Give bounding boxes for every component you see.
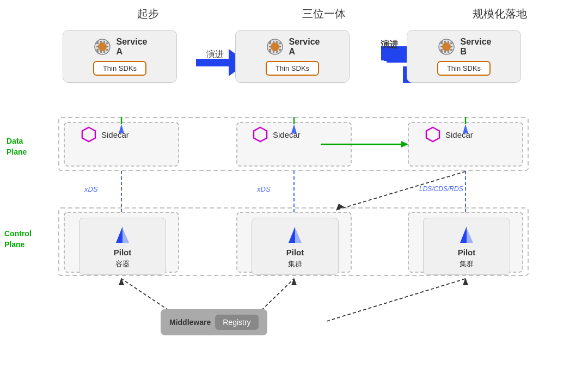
arrow1-label: 演进 [185,49,245,60]
svg-marker-49 [289,226,295,243]
col1-header: 起步 [91,7,205,21]
svg-rect-34 [448,41,449,43]
dashed-registry-arrow1 [119,278,124,285]
svg-rect-8 [100,51,102,53]
sidecar-hex-col3 [425,126,441,143]
svg-rect-35 [441,51,443,53]
service-a2-sub: A [289,47,320,57]
svg-rect-15 [106,49,108,51]
svg-rect-21 [270,51,271,53]
svg-rect-37 [448,51,449,53]
service-b-sub: B [461,47,492,57]
xds-label-col3: LDS/CDS/RDS [419,185,463,193]
pilot3-name: Pilot [458,248,476,257]
svg-marker-52 [467,228,473,243]
svg-rect-40 [440,49,443,51]
sidecar-col2: Sidecar [252,126,301,143]
svg-rect-36 [444,51,446,53]
diagram-container: 起步 三位一体 规模化落地 [0,0,588,368]
svg-rect-28 [279,46,281,47]
chip-icon-col2 [265,37,285,57]
dashed-registry-arrow2 [291,278,297,285]
col2-header: 三位一体 [267,7,381,21]
middleware-area: Middleware Registry [161,309,267,335]
svg-rect-22 [273,51,274,53]
svg-rect-12 [96,49,99,51]
pilot-sail-icon-col1 [112,224,133,246]
pilot-col1: Pilot 容器 [79,218,166,275]
svg-rect-20 [276,41,278,43]
svg-marker-51 [460,226,467,243]
svg-rect-33 [444,41,446,43]
svg-marker-46 [426,127,439,142]
svg-rect-23 [276,51,278,53]
pilot-sail-icon-col3 [456,224,477,246]
dashed-registry-line2 [261,279,294,310]
svg-rect-7 [97,51,99,53]
svg-marker-47 [116,226,122,243]
svg-rect-27 [279,42,281,44]
col2-service-box: Service A Thin SDKs [235,30,350,83]
chip-icon-col1 [93,37,112,57]
svg-rect-39 [440,46,443,47]
svg-rect-29 [279,49,281,51]
registry-box: Registry [215,315,258,330]
sidecar-hex-col2 [252,126,268,143]
dashed-registry-line3 [327,279,465,321]
svg-rect-43 [450,49,452,51]
sidecar-hex-col1 [81,126,97,143]
svg-rect-14 [106,46,108,47]
svg-rect-10 [96,42,99,44]
dashed-registry-arrow3 [463,278,468,285]
dashed-pilot-arrow1 [336,204,344,211]
svg-rect-11 [96,46,99,47]
arrow2-label: 演进 [359,39,419,51]
pilot2-name: Pilot [286,248,304,257]
svg-rect-5 [100,41,102,43]
svg-point-3 [98,42,107,51]
chip-icon-col3 [437,37,456,57]
pilot-col2: Pilot 集群 [252,218,339,275]
svg-rect-41 [450,42,452,44]
sidecar-label-col3: Sidecar [445,130,473,139]
col1-service-box: Service A Thin SDKs [63,30,177,83]
service-a1-sub: A [117,47,148,57]
svg-rect-24 [269,42,271,44]
col3-header: 规模化落地 [443,7,557,21]
svg-point-31 [442,42,451,51]
sidecar-label-col2: Sidecar [273,130,301,139]
arrow2-area: 演进 [359,39,419,52]
svg-rect-38 [440,42,443,44]
column-headers-row: 起步 三位一体 规模化落地 [0,7,588,21]
svg-marker-44 [82,127,95,142]
pilot1-sub: 容器 [115,259,130,269]
xds-label-col1: xDS [84,185,98,193]
col3-service-box: Service B Thin SDKs [407,30,521,83]
data-plane-full-bg [59,118,528,170]
svg-rect-13 [106,42,108,44]
svg-marker-50 [295,228,302,243]
green-arrow-head [401,141,408,148]
data-plane-label: Data Plane [7,136,27,157]
svg-point-17 [271,42,279,51]
svg-rect-6 [103,41,105,43]
svg-rect-25 [269,46,271,47]
sidecar-col3: Sidecar [425,126,473,143]
svg-marker-48 [122,228,129,243]
service-a2-name: Service [289,37,320,47]
sdk-box-col2: Thin SDKs [266,61,319,76]
sidecar-col1: Sidecar [81,126,129,143]
service-a1-name: Service [117,37,148,47]
svg-rect-42 [450,46,452,47]
pilot1-name: Pilot [114,248,132,257]
pilot3-sub: 集群 [460,259,474,269]
svg-marker-45 [254,127,267,142]
service-b-name: Service [461,37,492,47]
xds-label-col2: xDS [257,185,271,193]
sdk-box-col1: Thin SDKs [93,61,146,76]
middleware-label: Middleware [169,318,211,327]
pilot2-sub: 集群 [288,259,302,269]
svg-rect-26 [269,49,271,51]
sdk-box-col3: Thin SDKs [437,61,491,76]
dashed-registry-line1 [121,279,169,310]
